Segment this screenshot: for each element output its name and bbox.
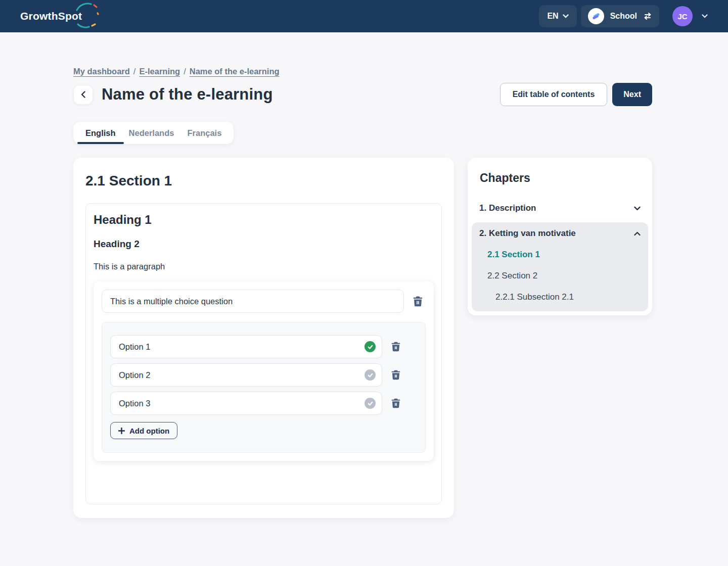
- check-icon: [367, 344, 374, 350]
- chevron-down-icon: [563, 14, 569, 18]
- page-title: Name of the e-learning: [102, 85, 273, 104]
- correct-answer-toggle[interactable]: [365, 398, 376, 409]
- page-content: My dashboard/E-learning/Name of the e-le…: [0, 32, 728, 518]
- chapter-item-ketting[interactable]: 2. Ketting van motivatie: [479, 228, 641, 239]
- add-option-button[interactable]: Add option: [110, 422, 177, 439]
- school-switcher[interactable]: School: [581, 5, 659, 27]
- content-heading-1: Heading 1: [94, 213, 434, 227]
- add-option-label: Add option: [129, 427, 169, 435]
- user-avatar: JC: [672, 6, 693, 26]
- chapters-title: Chapters: [480, 171, 648, 185]
- breadcrumb-separator: /: [184, 67, 186, 76]
- top-navbar: GrowthSpot EN: [0, 0, 728, 32]
- trash-icon: [391, 398, 400, 408]
- check-icon: [367, 372, 374, 379]
- option-row: [110, 335, 417, 358]
- option-3-input[interactable]: [110, 392, 382, 415]
- edit-toc-button[interactable]: Edit table of contents: [500, 83, 608, 106]
- header-actions: Edit table of contents Next: [500, 83, 652, 106]
- option-input-wrap: [110, 363, 382, 387]
- breadcrumb-link-current[interactable]: Name of the e-learning: [190, 67, 280, 76]
- correct-answer-toggle[interactable]: [365, 369, 376, 381]
- breadcrumb-separator: /: [133, 67, 136, 76]
- back-button[interactable]: [73, 85, 93, 105]
- chevron-left-icon: [81, 91, 85, 98]
- chapter-group-ketting: 2. Ketting van motivatie 2.1 Section 1 2…: [472, 222, 648, 311]
- breadcrumb-link-elearning[interactable]: E-learning: [139, 67, 180, 76]
- delete-question-button[interactable]: [411, 294, 425, 309]
- chapter-child-section-2-2[interactable]: 2.2 Section 2: [479, 271, 641, 281]
- brand-name: GrowthSpot: [20, 10, 82, 22]
- chapter-label: 2. Ketting van motivatie: [479, 228, 576, 239]
- section-content-card: Heading 1 Heading 2 This is a paragraph: [85, 203, 442, 504]
- delete-option-button[interactable]: [389, 340, 402, 354]
- chevron-down-icon: [634, 206, 641, 211]
- breadcrumb: My dashboard/E-learning/Name of the e-le…: [73, 67, 652, 76]
- next-button[interactable]: Next: [612, 83, 652, 106]
- trash-icon: [391, 370, 400, 380]
- section-editor-card: 2.1 Section 1 Heading 1 Heading 2 This i…: [73, 158, 454, 518]
- option-2-input[interactable]: [110, 363, 382, 387]
- trash-icon: [391, 342, 400, 352]
- option-input-wrap: [110, 392, 382, 415]
- language-label: EN: [547, 12, 558, 21]
- language-tabs: English Nederlands Français: [73, 122, 234, 144]
- user-menu[interactable]: JC: [672, 6, 708, 26]
- option-row: [110, 363, 417, 387]
- trash-icon: [413, 296, 423, 307]
- brand-logo[interactable]: GrowthSpot: [20, 0, 82, 32]
- chapter-list: 1. Description 2. Ketting van motivatie: [472, 197, 648, 311]
- page-header: Name of the e-learning Edit table of con…: [73, 83, 652, 106]
- school-logo-icon: [588, 8, 604, 24]
- delete-option-button[interactable]: [389, 396, 402, 410]
- chapters-sidebar: Chapters 1. Description: [468, 158, 652, 315]
- plus-icon: [118, 428, 125, 434]
- switch-school-icon: [643, 13, 652, 20]
- tab-nederlands[interactable]: Nederlands: [122, 122, 181, 144]
- tab-english[interactable]: English: [79, 122, 122, 144]
- chapter-label: 1. Description: [479, 203, 536, 213]
- delete-option-button[interactable]: [389, 368, 402, 382]
- question-row: [102, 290, 426, 313]
- section-title: 2.1 Section 1: [85, 173, 442, 189]
- question-text-input[interactable]: [102, 290, 404, 313]
- breadcrumb-link-dashboard[interactable]: My dashboard: [73, 67, 130, 76]
- chapter-group-description: 1. Description: [472, 197, 648, 219]
- school-label: School: [610, 12, 637, 21]
- chapter-children: 2.1 Section 1 2.2 Section 2 2.2.1 Subsec…: [479, 250, 641, 302]
- option-input-wrap: [110, 335, 382, 358]
- chevron-down-icon: [702, 14, 708, 18]
- chevron-up-icon: [634, 231, 641, 236]
- check-icon: [367, 400, 374, 407]
- chapter-child-subsection-2-2-1[interactable]: 2.2.1 Subsection 2.1: [479, 292, 641, 302]
- option-row: [110, 392, 417, 415]
- chapter-item-description[interactable]: 1. Description: [479, 203, 641, 213]
- chapter-child-section-2-1[interactable]: 2.1 Section 1: [479, 250, 641, 260]
- content-paragraph: This is a paragraph: [94, 262, 434, 271]
- tab-francais[interactable]: Français: [180, 122, 228, 144]
- multiple-choice-question-block: Add option: [94, 281, 434, 461]
- options-container: Add option: [102, 322, 426, 453]
- language-selector[interactable]: EN: [539, 5, 576, 27]
- correct-answer-toggle[interactable]: [365, 341, 376, 352]
- navbar-right-cluster: EN: [539, 5, 708, 27]
- option-1-input[interactable]: [110, 335, 382, 358]
- content-heading-2: Heading 2: [94, 239, 434, 250]
